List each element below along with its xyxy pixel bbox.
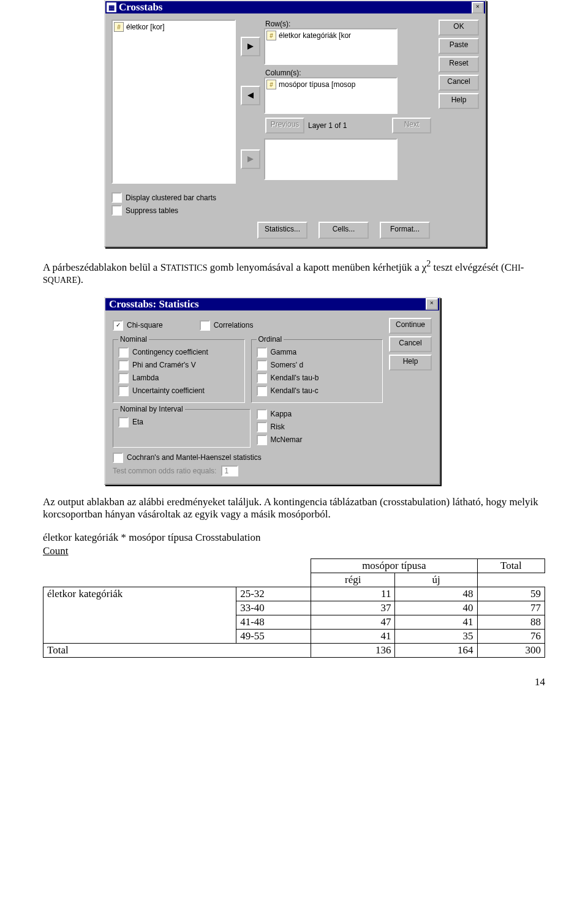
taub-checkbox[interactable]: Kendall's tau-b	[257, 373, 378, 383]
layer-label: Layer 1 of 1	[308, 121, 388, 130]
list-item-label: mosópor típusa [mosop	[279, 80, 355, 89]
continue-button[interactable]: Continue	[389, 318, 432, 334]
checkbox-icon	[200, 320, 210, 331]
move-to-cols-button[interactable]	[241, 86, 260, 105]
table-count-label: Count	[43, 545, 545, 557]
odds-ratio-label: Test common odds ratio equals:	[113, 467, 216, 475]
crosstabs-titlebar: ▦ Crosstabs ×	[105, 1, 485, 13]
list-item[interactable]: # életkor [kor]	[114, 22, 233, 32]
chi-square-checkbox[interactable]: ✓ Chi-square	[113, 320, 163, 331]
mcnemar-checkbox[interactable]: McNemar	[257, 435, 383, 445]
cancel-button[interactable]: Cancel	[389, 336, 432, 352]
cancel-button[interactable]: Cancel	[439, 75, 479, 91]
table-caption: életkor kategóriák * mosópor típusa Cros…	[43, 532, 545, 544]
statistics-titlebar: Crosstabs: Statistics ×	[105, 298, 439, 310]
display-bar-checkbox[interactable]: Display clustered bar charts	[111, 192, 479, 203]
list-item: # mosópor típusa [mosop	[266, 80, 395, 89]
tauc-checkbox[interactable]: Kendall's tau-c	[257, 386, 378, 396]
row-label: Row(s):	[265, 20, 434, 28]
lambda-checkbox[interactable]: Lambda	[118, 373, 239, 383]
crosstab-table: mosópor típusa Total régi új életkor kat…	[43, 558, 545, 658]
column-label: Column(s):	[265, 69, 434, 77]
variable-icon: #	[114, 22, 124, 32]
risk-checkbox[interactable]: Risk	[257, 422, 383, 432]
odds-ratio-input: 1	[221, 465, 238, 476]
group-legend: Nominal	[118, 335, 149, 344]
window-icon: ▦	[107, 2, 116, 12]
rows-list[interactable]: # életkor kategóriák [kor	[264, 28, 398, 65]
svg-marker-0	[247, 43, 254, 50]
checkbox-label: Suppress tables	[126, 206, 178, 215]
kappa-checkbox[interactable]: Kappa	[257, 409, 383, 419]
group-legend: Ordinal	[257, 335, 284, 344]
eta-checkbox[interactable]: Eta	[118, 417, 245, 427]
statistics-dialog: Crosstabs: Statistics × ✓ Chi-square Cor…	[104, 297, 440, 485]
checkbox-label: Chi-square	[127, 321, 163, 329]
table-row: régi új	[43, 573, 545, 587]
list-item: # életkor kategóriák [kor	[266, 31, 395, 40]
table-row: életkor kategóriák 25-32 11 48 59	[43, 587, 545, 601]
suppress-tables-checkbox[interactable]: Suppress tables	[111, 205, 479, 216]
list-item-label: életkor [kor]	[126, 23, 165, 31]
ok-button[interactable]: OK	[439, 20, 479, 36]
group-legend: Nominal by Interval	[118, 405, 185, 413]
side-button-column: OK Paste Reset Cancel Help	[439, 20, 479, 184]
checkbox-icon	[111, 192, 122, 203]
reset-button[interactable]: Reset	[439, 56, 479, 72]
help-button[interactable]: Help	[439, 93, 479, 109]
crosstabs-dialog: ▦ Crosstabs × # életkor [kor] Row(s):	[104, 0, 486, 247]
svg-marker-2	[247, 156, 254, 162]
checkbox-icon	[111, 205, 122, 216]
table-row: mosópor típusa Total	[43, 558, 545, 573]
col-head-regi: régi	[311, 573, 395, 587]
cmh-checkbox[interactable]: Cochran's and Mantel-Haenszel statistics	[113, 453, 383, 463]
help-button[interactable]: Help	[389, 355, 432, 370]
table-row: Total 136 164 300	[43, 643, 545, 657]
stats-side-buttons: Continue Cancel Help	[389, 318, 432, 476]
checkbox-icon: ✓	[113, 320, 123, 331]
next-button: Next	[392, 118, 431, 133]
row-group-head: életkor kategóriák	[43, 587, 236, 643]
page-number: 14	[43, 676, 545, 688]
move-to-rows-button[interactable]	[241, 37, 260, 56]
paragraph-2: Az output ablakban az alábbi eredményeke…	[43, 496, 545, 521]
variable-icon: #	[266, 80, 276, 89]
list-item-label: életkor kategóriák [kor	[279, 31, 351, 40]
format-button[interactable]: Format...	[380, 222, 430, 239]
correlations-checkbox[interactable]: Correlations	[200, 320, 254, 331]
close-icon[interactable]: ×	[426, 298, 438, 310]
svg-marker-1	[247, 92, 254, 99]
statistics-button[interactable]: Statistics...	[257, 222, 307, 239]
layer-list[interactable]	[264, 138, 398, 180]
col-head-uj: új	[395, 573, 477, 587]
cells-button[interactable]: Cells...	[318, 222, 369, 239]
variable-source-list[interactable]: # életkor [kor]	[111, 20, 236, 184]
variable-icon: #	[266, 31, 276, 40]
contingency-coef-checkbox[interactable]: Contingency coefficient	[118, 347, 239, 358]
paragraph-1: A párbeszédablakon belül a STATISTICS go…	[43, 258, 545, 286]
col-group-head: mosópor típusa	[311, 558, 478, 573]
checkbox-label: Display clustered bar charts	[126, 194, 216, 202]
cols-list[interactable]: # mosópor típusa [mosop	[264, 77, 398, 114]
total-head: Total	[477, 558, 545, 573]
paste-button[interactable]: Paste	[439, 38, 479, 54]
move-to-layer-button	[241, 149, 260, 169]
previous-button: Previous	[265, 118, 304, 133]
phi-checkbox[interactable]: Phi and Cramér's V	[118, 360, 239, 370]
close-icon[interactable]: ×	[472, 2, 484, 13]
checkbox-label: Correlations	[214, 321, 254, 329]
uncertainty-checkbox[interactable]: Uncertainty coefficient	[118, 386, 239, 396]
somers-checkbox[interactable]: Somers' d	[257, 360, 378, 370]
dialog-title: Crosstabs: Statistics	[109, 298, 199, 310]
gamma-checkbox[interactable]: Gamma	[257, 347, 378, 358]
dialog-title: Crosstabs	[119, 1, 162, 13]
